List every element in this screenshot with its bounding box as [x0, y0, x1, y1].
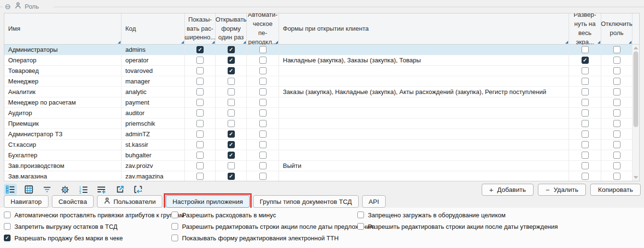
setting-item[interactable]: Автоматически проставлять привязки атриб…: [4, 209, 184, 221]
checkbox-unchecked[interactable]: [259, 46, 267, 53]
checkbox-unchecked[interactable]: [259, 67, 267, 74]
scroll-up-icon[interactable]: [633, 47, 638, 49]
checkbox-unchecked[interactable]: [196, 57, 204, 64]
table-row[interactable]: Администратор ТЗadminTZ✓: [4, 129, 639, 140]
filter-icon[interactable]: [40, 184, 53, 195]
checkbox-checked[interactable]: ✓: [228, 57, 235, 64]
checkbox-checked[interactable]: ✓: [4, 235, 11, 241]
checkbox-unchecked[interactable]: [259, 120, 267, 127]
checkbox-unchecked[interactable]: [259, 88, 267, 95]
table-row[interactable]: АналитикanalyticЗаказы (закупка), Наклад…: [4, 87, 639, 97]
checkbox-checked[interactable]: ✓: [582, 57, 589, 64]
checkbox-unchecked[interactable]: [582, 78, 589, 85]
checkbox-unchecked[interactable]: [196, 78, 204, 85]
checkbox-unchecked[interactable]: [582, 141, 589, 148]
table-row[interactable]: Зав.производствомzav.proizvВыйти: [4, 161, 639, 171]
checkbox-unchecked[interactable]: [613, 109, 620, 117]
add-button[interactable]: +Добавить: [482, 184, 534, 196]
table-row[interactable]: Зав.магазинаzav.magazina✓: [4, 171, 639, 181]
checkbox-unchecked[interactable]: [259, 130, 267, 138]
tab-app-settings[interactable]: Настройки приложения: [166, 195, 250, 208]
checkbox-unchecked[interactable]: [228, 88, 235, 95]
checkbox-unchecked[interactable]: [196, 141, 204, 148]
checkbox-unchecked[interactable]: [613, 141, 620, 148]
checkbox-unchecked[interactable]: [196, 130, 204, 138]
checkbox-unchecked[interactable]: [613, 57, 620, 64]
tab-navigator[interactable]: Навигатор: [4, 195, 49, 208]
setting-item[interactable]: Разрешить редактировать строки акции пос…: [357, 221, 558, 232]
checkbox-unchecked[interactable]: [582, 130, 589, 138]
checkbox-unchecked[interactable]: [228, 120, 235, 127]
checkbox-unchecked[interactable]: [613, 88, 620, 95]
checkbox-unchecked[interactable]: [196, 99, 204, 106]
checkbox-unchecked[interactable]: [582, 152, 589, 159]
checkbox-unchecked[interactable]: [582, 88, 589, 95]
table-row[interactable]: Операторoperator✓Накладные (закупка), За…: [4, 55, 639, 66]
checkbox-unchecked[interactable]: [196, 173, 204, 180]
checkbox-unchecked[interactable]: [228, 109, 235, 117]
table-row[interactable]: Товароведtovaroved✓: [4, 66, 639, 76]
checkbox-unchecked[interactable]: [228, 99, 235, 106]
checkbox-unchecked[interactable]: [228, 162, 235, 169]
checkbox-unchecked[interactable]: [613, 67, 620, 74]
scroll-down-icon[interactable]: [633, 176, 638, 179]
checkbox-unchecked[interactable]: [259, 173, 267, 180]
checkbox-unchecked[interactable]: [357, 212, 364, 218]
setting-item[interactable]: Запретить выгрузку остатков в ТСД: [4, 221, 184, 232]
checkbox-unchecked[interactable]: [259, 109, 267, 117]
checkbox-unchecked[interactable]: [259, 99, 267, 106]
checkbox-checked[interactable]: ✓: [228, 141, 235, 148]
checkbox-unchecked[interactable]: [259, 57, 267, 64]
collapse-icon[interactable]: ⊖: [5, 3, 11, 10]
setting-item[interactable]: Показывать форму редактирования электрон…: [171, 232, 373, 244]
checkbox-unchecked[interactable]: [582, 99, 589, 106]
checkbox-unchecked[interactable]: [613, 46, 620, 53]
checkbox-unchecked[interactable]: [259, 152, 267, 159]
settings-gear-icon[interactable]: [59, 184, 72, 195]
checkbox-unchecked[interactable]: [259, 78, 267, 85]
tab-api[interactable]: API: [362, 195, 386, 208]
checkbox-unchecked[interactable]: [4, 212, 11, 218]
checkbox-unchecked[interactable]: [196, 120, 204, 127]
checkbox-unchecked[interactable]: [582, 162, 589, 169]
setting-item[interactable]: Разрешить расходовать в минус: [171, 209, 373, 221]
checkbox-unchecked[interactable]: [4, 223, 11, 230]
checkbox-checked[interactable]: ✓: [196, 46, 204, 53]
table-row[interactable]: Администраторыadmins✓✓: [4, 45, 639, 55]
vertical-scrollbar[interactable]: [632, 45, 639, 181]
checkbox-unchecked[interactable]: [196, 67, 204, 74]
table-row[interactable]: Бухгалтерbuhgalter✓: [4, 150, 639, 161]
checkbox-unchecked[interactable]: [196, 162, 204, 169]
checkbox-unchecked[interactable]: [613, 162, 620, 169]
column-header-name[interactable]: Имя: [4, 13, 122, 44]
checkbox-unchecked[interactable]: [582, 67, 589, 74]
column-header-forms[interactable]: Формы при открытии клиента: [279, 13, 569, 44]
checklist-view-icon[interactable]: [4, 184, 17, 195]
checkbox-unchecked[interactable]: [196, 88, 204, 95]
table-row[interactable]: Аудиторauditor: [4, 108, 639, 118]
tab-tsd-doc-groups[interactable]: Группы типов документов ТСД: [253, 195, 359, 208]
checkbox-unchecked[interactable]: [613, 99, 620, 106]
column-header-code[interactable]: Код: [122, 13, 185, 44]
numbered-list-icon[interactable]: 123: [77, 184, 90, 195]
checkbox-unchecked[interactable]: [613, 130, 620, 138]
checkbox-checked[interactable]: ✓: [228, 130, 235, 138]
checkbox-unchecked[interactable]: [228, 78, 235, 85]
setting-item[interactable]: ✓Разрешать продажу без марки в чеке: [4, 232, 184, 244]
checkbox-unchecked[interactable]: [582, 46, 589, 53]
scrollbar-thumb[interactable]: [633, 51, 638, 127]
checkbox-unchecked[interactable]: [613, 173, 620, 180]
table-row[interactable]: Приемщикpriemschik: [4, 118, 639, 129]
checkbox-unchecked[interactable]: [582, 120, 589, 127]
checkbox-checked[interactable]: ✓: [228, 152, 235, 159]
table-row[interactable]: Менеджер по расчетамpayment: [4, 97, 639, 108]
column-header-open_once[interactable]: Открывать форму один раз: [216, 13, 247, 44]
checkbox-unchecked[interactable]: [196, 109, 204, 117]
checkbox-unchecked[interactable]: [613, 120, 620, 127]
checkbox-unchecked[interactable]: [171, 212, 178, 218]
checkbox-unchecked[interactable]: [196, 152, 204, 159]
checkbox-unchecked[interactable]: [171, 235, 178, 241]
checkbox-unchecked[interactable]: [357, 223, 364, 230]
tab-users[interactable]: Пользователи: [97, 195, 162, 208]
add-row-icon[interactable]: [95, 184, 108, 195]
